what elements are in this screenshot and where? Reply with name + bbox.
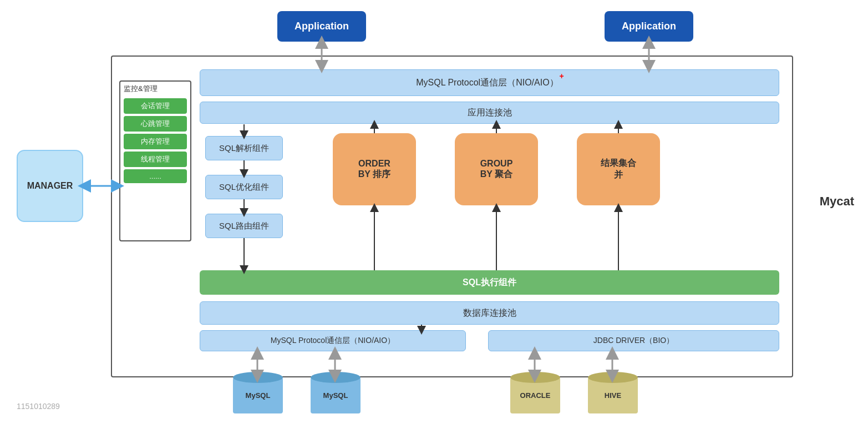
db-oracle: ORACLE — [510, 377, 560, 413]
app-box-2: Application — [605, 11, 693, 42]
protocol-bottom-mysql: MySQL Protocol通信层（NIO/AIO） — [200, 330, 466, 351]
db-hive: HIVE — [588, 377, 638, 413]
watermark: 1151010289 — [17, 402, 60, 411]
db-pool: 数据库连接池 — [200, 301, 779, 325]
app-box-1: Application — [277, 11, 366, 42]
monitor-box: 监控&管理 会话管理 心跳管理 内存管理 线程管理 ...... — [119, 80, 191, 241]
sql-exec: SQL执行组件 — [200, 270, 779, 295]
monitor-item-0: 会话管理 — [124, 98, 187, 114]
monitor-item-4: ...... — [124, 169, 187, 183]
monitor-title: 监控&管理 — [120, 82, 190, 96]
db-mysql-1: MySQL — [233, 377, 283, 413]
sql-parse: SQL解析组件 — [205, 136, 283, 160]
sql-route: SQL路由组件 — [205, 214, 283, 238]
mycat-label: Mycat — [820, 194, 854, 209]
monitor-item-3: 线程管理 — [124, 152, 187, 167]
db-mysql-2: MySQL — [311, 377, 361, 413]
sql-optimize: SQL优化组件 — [205, 175, 283, 199]
group-by-box: GROUP BY 聚合 — [455, 133, 538, 205]
diagram-container: Application Application Mycat MANAGER 监控… — [0, 0, 868, 444]
monitor-item-2: 内存管理 — [124, 134, 187, 149]
protocol-bottom-jdbc: JDBC DRIVER（BIO） — [488, 330, 779, 351]
app-pool: 应用连接池 — [200, 102, 779, 124]
manager-box: MANAGER — [17, 150, 83, 222]
monitor-item-1: 心跳管理 — [124, 116, 187, 132]
order-by-box: ORDER BY 排序 — [333, 133, 416, 205]
red-plus: + — [560, 72, 564, 80]
result-merge-box: 结果集合 并 — [577, 133, 660, 205]
protocol-top: MySQL Protocol通信层（NIO/AIO） + — [200, 69, 779, 96]
